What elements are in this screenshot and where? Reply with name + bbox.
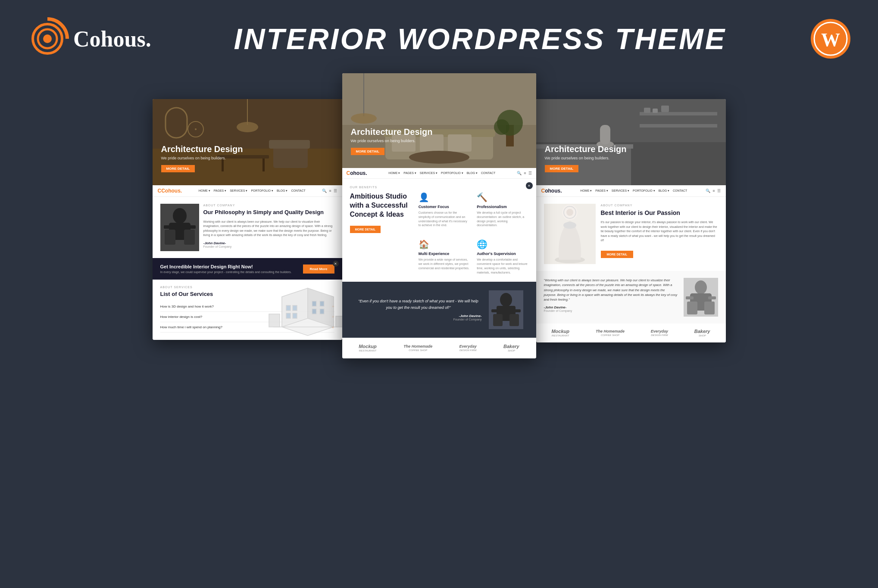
center-benefits: OUR BENEFITS Ambitious Studio with a Suc… — [342, 179, 536, 282]
c-nav-contact[interactable]: CONTACT — [481, 171, 495, 175]
benefits-more-btn[interactable]: More Detail — [350, 226, 381, 233]
benefit-prof-title: Professionalism — [477, 205, 528, 209]
r-nav-pages[interactable]: PAGES ▾ — [595, 189, 608, 193]
left-about-title: Our Philosophy in Simply and Quality Des… — [203, 209, 334, 216]
right-testim-title: Founder of Company — [544, 309, 678, 312]
right-about-text: It's our passion to design your interior… — [601, 220, 718, 243]
svg-rect-59 — [493, 314, 503, 326]
nav-contact[interactable]: CONTACT — [291, 189, 305, 193]
r-menu-icon[interactable]: ☰ — [717, 189, 721, 193]
r-nav-home[interactable]: HOME ▾ — [580, 189, 592, 193]
r-search-icon[interactable]: 🔍 — [706, 189, 710, 193]
c-nav-services[interactable]: SERVICES ▾ — [420, 171, 437, 175]
svg-rect-34 — [293, 313, 297, 318]
c-search-icon[interactable]: 🔍 — [517, 171, 522, 175]
left-author-title: Founder of Company — [203, 245, 334, 248]
left-cta-bar: ✕ Get Incredible Interior Design Right N… — [153, 258, 342, 280]
cta-subtitle: In every stage, we could supervise your … — [160, 271, 292, 274]
svg-rect-24 — [165, 230, 175, 245]
right-testimonial: "Working with our client is always been … — [536, 271, 726, 324]
center-brands: Mockup RESTAURANT The Homemade COFFEE SH… — [342, 338, 536, 358]
svg-rect-62 — [514, 309, 521, 312]
center-testim-name: -John Davine- — [355, 314, 482, 318]
multi-icon: 🏠 — [419, 239, 470, 249]
search-icon[interactable]: 🔍 — [322, 189, 327, 193]
nav-portfolio[interactable]: PORTOFOLIO ▾ — [251, 189, 273, 193]
svg-rect-85 — [704, 302, 715, 314]
svg-rect-37 — [312, 309, 316, 314]
center-hero-btn[interactable]: More Detail — [351, 148, 385, 155]
cta-close-btn[interactable]: ✕ — [333, 261, 339, 267]
svg-rect-87 — [708, 296, 716, 299]
professionalism-icon: 🔨 — [477, 192, 528, 202]
left-hero-btn[interactable]: More Detail — [161, 165, 195, 172]
cart-icon[interactable]: ≡ — [329, 189, 331, 193]
r-nav-contact[interactable]: CONTACT — [673, 189, 687, 193]
svg-rect-20 — [153, 99, 342, 185]
c-cart-icon[interactable]: ≡ — [524, 171, 526, 175]
c-nav-blog[interactable]: BLOG ▾ — [467, 171, 478, 175]
right-quote: "Working with our client is always been … — [544, 278, 678, 302]
benefit-main: Ambitious Studio with a Successful Conce… — [350, 192, 412, 233]
panel-left: Architecture Design We pride ourselves o… — [153, 99, 342, 340]
r-brand-everyday: Everyday DESIGN FIRM — [651, 329, 668, 337]
benefit-supervision: 🌐 Author's Supervision We develop a comf… — [477, 239, 528, 274]
r-nav-blog[interactable]: BLOG ▾ — [659, 189, 669, 193]
r-brand-bakery: Bakery SHOP — [694, 329, 710, 337]
right-about-btn[interactable]: More Detail — [601, 251, 634, 258]
right-about: ABOUT COMPANY Best Interior is Our Passi… — [536, 197, 726, 271]
svg-rect-74 — [536, 99, 726, 185]
right-navbar: Cohous. HOME ▾ PAGES ▾ SERVICES ▾ PORTOF… — [536, 185, 726, 197]
right-hero-text: Architecture Design We pride ourselves o… — [545, 144, 627, 172]
svg-rect-35 — [312, 301, 316, 306]
left-about-label: ABOUT COMPANY — [203, 204, 334, 207]
c-menu-icon[interactable]: ☰ — [528, 171, 532, 175]
svg-rect-86 — [686, 296, 694, 299]
left-services: ABOUT SERVICES List of Our Services How … — [153, 280, 342, 340]
r-cart-icon[interactable]: ≡ — [712, 189, 715, 193]
svg-rect-33 — [286, 313, 291, 318]
cta-read-btn[interactable]: Read More — [303, 264, 334, 274]
header-title: INTERIOR WORDPRESS THEME — [164, 22, 796, 56]
logo-area: Cohous. — [26, 17, 151, 60]
cohous-logo — [26, 17, 69, 60]
svg-rect-32 — [293, 305, 297, 311]
center-hero-image: Architecture Design We pride ourselves o… — [342, 73, 536, 168]
left-hero-image: Architecture Design We pride ourselves o… — [153, 99, 342, 185]
benefit-multi-text: We provide a wide range of services, we … — [419, 258, 470, 270]
center-testimonial: "Even if you don't have a ready sketch o… — [342, 282, 536, 338]
nav-pages[interactable]: PAGES ▾ — [214, 189, 227, 193]
menu-icon[interactable]: ☰ — [334, 189, 337, 193]
c-nav-home[interactable]: HOME ▾ — [388, 171, 400, 175]
nav-services[interactable]: SERVICES ▾ — [230, 189, 247, 193]
r-nav-services[interactable]: SERVICES ▾ — [612, 189, 629, 193]
benefit-spacer — [350, 239, 412, 274]
panel-center: Architecture Design We pride ourselves o… — [342, 73, 536, 358]
svg-rect-31 — [286, 305, 291, 311]
left-author-name: -John Davine- — [203, 241, 334, 245]
panel-close-btn[interactable]: ✕ — [526, 182, 533, 189]
svg-rect-26 — [164, 225, 172, 229]
benefit-professionalism: 🔨 Professionalism We develop a full cycl… — [477, 192, 528, 233]
right-hero-btn[interactable]: More Detail — [545, 165, 579, 172]
svg-point-3 — [43, 34, 52, 43]
svg-point-77 — [563, 222, 576, 229]
right-nav-links: HOME ▾ PAGES ▾ SERVICES ▾ PORTOFOLIO ▾ B… — [566, 189, 702, 193]
svg-point-22 — [173, 208, 187, 224]
nav-home[interactable]: HOME ▾ — [199, 189, 210, 193]
right-nav-brand: Cohous. — [541, 188, 562, 194]
nav-blog[interactable]: BLOG ▾ — [277, 189, 287, 193]
center-quote: "Even if you don't have a ready sketch o… — [355, 298, 482, 311]
r-nav-portfolio[interactable]: PORTOFOLIO ▾ — [633, 189, 655, 193]
right-about-label: ABOUT COMPANY — [601, 204, 718, 207]
c-nav-portfolio[interactable]: PORTOFOLIO ▾ — [441, 171, 463, 175]
svg-point-57 — [500, 293, 512, 307]
supervision-icon: 🌐 — [477, 239, 528, 249]
right-nav-icons: 🔍 ≡ ☰ — [706, 189, 720, 193]
brand-name: Cohous. — [73, 26, 151, 52]
svg-rect-36 — [320, 301, 324, 306]
left-about-text: Working with our client is always been o… — [203, 220, 334, 238]
svg-text:W: W — [821, 29, 840, 50]
svg-rect-61 — [491, 309, 498, 312]
c-nav-pages[interactable]: PAGES ▾ — [403, 171, 416, 175]
